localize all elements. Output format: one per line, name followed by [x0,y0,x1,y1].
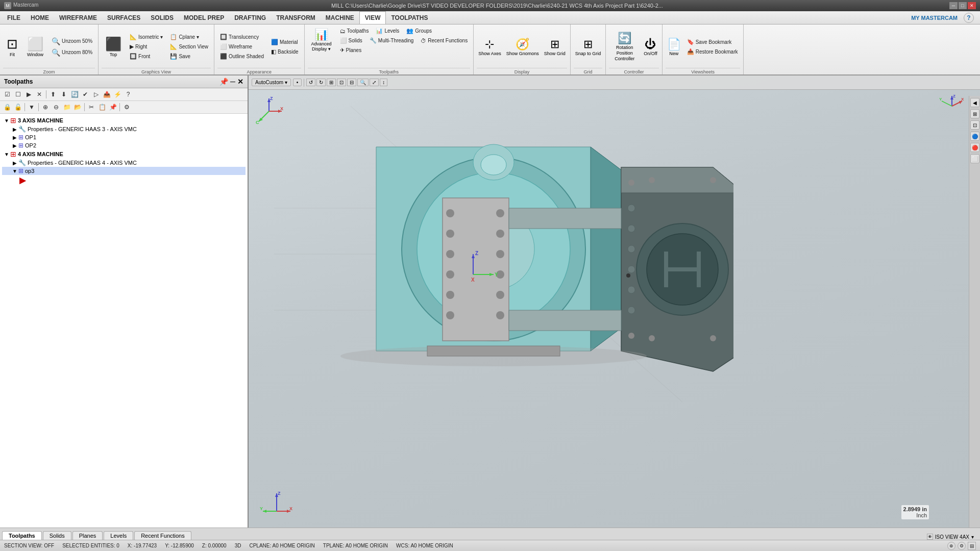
tp-help-button[interactable]: ? [123,89,133,99]
menu-surfaces[interactable]: SURFACES [102,11,145,24]
vp-tool-7[interactable]: ⤢ [370,79,379,86]
tp-ungroup-button[interactable]: 📂 [72,102,83,112]
vp-tool-5[interactable]: ⊟ [347,79,356,86]
help-button[interactable]: ? [964,13,974,23]
vp-tool-2[interactable]: ↻ [316,79,326,86]
cplane-button[interactable]: 📋 Cplane ▾ [167,33,211,41]
tp-delete-button[interactable]: ✕ [34,89,44,99]
menu-transform[interactable]: TRANSFORM [271,11,321,24]
expander-props2[interactable]: ▶ [11,159,18,166]
tree-item-machine1[interactable]: ▼ ⊞ 3 AXIS MACHINE [2,116,246,125]
menu-solids[interactable]: SOLIDS [145,11,179,24]
vp-tool-8[interactable]: ↕ [380,79,387,86]
backside-button[interactable]: ◧ Backside [268,47,301,56]
right-panel-btn-1[interactable]: ◀ [970,98,979,107]
recent-functions-button[interactable]: ⏱ Recent Functions [418,36,470,45]
save-bookmark-button[interactable]: 🔖 Save Bookmark [684,38,741,46]
tp-settings-button[interactable]: ⚙ [121,102,132,112]
menu-view[interactable]: VIEW [359,11,386,24]
tp-expand-button[interactable]: ⊕ [40,102,51,112]
panel-pin-button[interactable]: 📌 [219,78,228,86]
expander-machine2[interactable]: ▼ [3,151,10,158]
expander-op3[interactable]: ▼ [11,167,18,174]
new-viewsheet-button[interactable]: 📄 New [666,36,682,58]
show-grid-button[interactable]: ⊞ Show Grid [543,36,567,58]
top-view-button[interactable]: ⬛ Top [102,35,125,59]
rotation-position-button[interactable]: 🔄 Rotation Position Controller [609,30,640,63]
expander-op1[interactable]: ▶ [11,134,18,141]
vp-tool-4[interactable]: ⊡ [337,79,346,86]
autocustom-dropdown[interactable]: AutoCustom ▾ [252,79,291,86]
fit-button[interactable]: ⊡ Fit [3,35,21,59]
tp-lock-button[interactable]: 🔒 [2,102,12,112]
window-button[interactable]: ⬜ Window [23,35,47,59]
section-view-button[interactable]: 📐 Section View [167,42,211,51]
panel-close-button[interactable]: ✕ [237,78,243,86]
viewport[interactable]: AutoCustom ▾ • ↺ ↻ ⊞ ⊡ ⊟ 🔍 ⤢ ↕ [249,76,980,528]
vp-tool-3[interactable]: ⊞ [327,79,336,86]
tab-toolpaths[interactable]: Toolpaths [2,531,42,540]
tp-collapse-button[interactable]: ⊖ [51,102,61,112]
translucency-button[interactable]: 🔲 Translucency [217,33,266,41]
status-settings-icon[interactable]: ⚙ [958,542,966,550]
outline-shaded-button[interactable]: ⬛ Outline Shaded [217,52,266,61]
tab-recent-functions[interactable]: Recent Functions [134,531,191,540]
tp-filter-button[interactable]: ▼ [27,102,37,112]
tp-move-down-button[interactable]: ⬇ [59,89,69,99]
tree-item-op1[interactable]: ▶ ⊞ OP1 [2,133,246,141]
right-panel-btn-2[interactable]: ⊞ [970,109,979,118]
tree-item-props2[interactable]: ▶ 🔧 Properties - GENERIC HAAS 4 - AXIS V… [2,159,246,167]
right-view-button[interactable]: ▶ Right [127,42,165,51]
unzoom50-button[interactable]: 🔍Unzoom 50% [49,36,95,46]
toolpaths-manager-button[interactable]: 🗂 Toolpaths [337,27,372,35]
right-panel-btn-5[interactable]: 🔴 [970,143,979,152]
tp-regenerate-button[interactable]: 🔄 [69,89,80,99]
minimize-button[interactable]: ─ [949,2,958,9]
expander-machine1[interactable]: ▼ [3,117,10,124]
right-panel-btn-3[interactable]: ⊡ [970,120,979,130]
tab-planes[interactable]: Planes [72,531,103,540]
tree-item-path1[interactable]: ▶ [2,175,246,186]
maximize-button[interactable]: □ [959,2,967,9]
menu-home[interactable]: HOME [26,11,54,24]
tp-verify-button[interactable]: ✔ [80,89,90,99]
expander-props1[interactable]: ▶ [11,126,18,133]
expander-op2[interactable]: ▶ [11,142,18,149]
multi-threading-button[interactable]: 🔧 Multi-Threading [367,36,416,45]
tp-copy-button[interactable]: 📋 [97,102,107,112]
tp-cut-button[interactable]: ✂ [86,102,96,112]
show-axes-button[interactable]: ⊹ Show Axes [477,36,503,58]
advanced-display-button[interactable]: 📊 AdvancedDisplay ▾ [308,27,335,55]
vp-tool-1[interactable]: ↺ [306,79,315,86]
material-button[interactable]: 🟦 Material [268,38,301,46]
menu-machine[interactable]: MACHINE [321,11,359,24]
window-controls[interactable]: ─ □ ✕ [949,2,976,9]
vp-tool-6[interactable]: 🔍 [357,79,369,86]
on-off-button[interactable]: ⏻ On/Off [642,36,658,58]
tp-deselect-button[interactable]: ☐ [13,89,23,99]
menu-drafting[interactable]: DRAFTING [229,11,271,24]
status-panel-icon[interactable]: ▤ [968,542,976,550]
snap-to-grid-button[interactable]: ⊞ Snap to Grid [574,36,603,58]
tp-lock2-button[interactable]: 🔓 [13,102,23,112]
tab-levels[interactable]: Levels [104,531,133,540]
menu-wireframe[interactable]: WIREFRAME [54,11,102,24]
panel-minimize-button[interactable]: ─ [230,78,235,86]
tp-paste-button[interactable]: 📌 [108,102,118,112]
close-button[interactable]: ✕ [968,2,976,9]
restore-bookmark-button[interactable]: 📥 Restore Bookmark [684,47,741,56]
tree-item-op3[interactable]: ▼ ⊞ op3 [2,167,246,175]
levels-button[interactable]: 📊 Levels [373,27,402,35]
right-panel-btn-6[interactable]: ⬜ [970,154,979,163]
iso-view-dropdown[interactable]: ▾ [971,534,974,540]
right-panel-btn-4[interactable]: 🔵 [970,132,979,141]
tp-select-all-button[interactable]: ☑ [2,89,12,99]
tp-highfeed-button[interactable]: ⚡ [112,89,122,99]
menu-model-prep[interactable]: MODEL PREP [179,11,229,24]
tree-item-op2[interactable]: ▶ ⊞ OP2 [2,141,246,149]
tp-run-button[interactable]: ▶ [23,89,34,99]
tab-solids[interactable]: Solids [43,531,71,540]
groups-button[interactable]: 👥 Groups [404,27,434,35]
status-network-icon[interactable]: ⊕ [947,542,955,550]
my-mastercam-link[interactable]: MY MASTERCAM [905,15,964,21]
